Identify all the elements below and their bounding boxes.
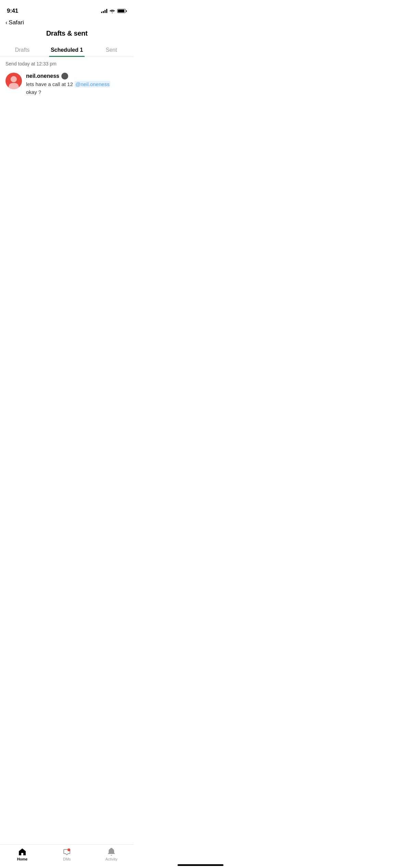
page-title: Drafts & sent <box>46 29 88 37</box>
avatar-person <box>5 73 22 89</box>
back-label: Safari <box>9 19 24 26</box>
tab-drafts[interactable]: Drafts <box>0 43 45 57</box>
avatar-head <box>11 76 17 82</box>
status-time: 9:41 <box>7 8 18 14</box>
mention-tag[interactable]: @neil.oneness <box>74 81 110 87</box>
page-header: Drafts & sent <box>0 27 134 43</box>
wifi-icon <box>109 9 115 13</box>
message-content: neil.oneness lets have a call at 12 @nei… <box>26 73 128 96</box>
battery-icon <box>117 9 127 13</box>
content-area: Send today at 12:33 pm neil.oneness lets… <box>0 57 134 100</box>
back-arrow-icon: ‹ <box>5 20 7 26</box>
tab-bar: Drafts Scheduled 1 Sent <box>0 43 134 57</box>
signal-icon <box>101 9 107 13</box>
status-bar: 9:41 <box>0 0 134 17</box>
avatar <box>5 73 22 89</box>
message-body: lets have a call at 12 @neil.oneness oka… <box>26 81 128 96</box>
tab-scheduled[interactable]: Scheduled 1 <box>45 43 89 57</box>
tab-active-indicator <box>49 56 85 57</box>
back-navigation[interactable]: ‹ Safari <box>0 17 134 27</box>
tab-sent[interactable]: Sent <box>89 43 134 57</box>
message-username: neil.oneness <box>26 73 128 80</box>
status-icons <box>101 9 127 13</box>
send-time-label: Send today at 12:33 pm <box>0 57 134 70</box>
username-dot <box>61 73 68 80</box>
avatar-body <box>9 83 19 89</box>
message-item[interactable]: neil.oneness lets have a call at 12 @nei… <box>0 70 134 100</box>
